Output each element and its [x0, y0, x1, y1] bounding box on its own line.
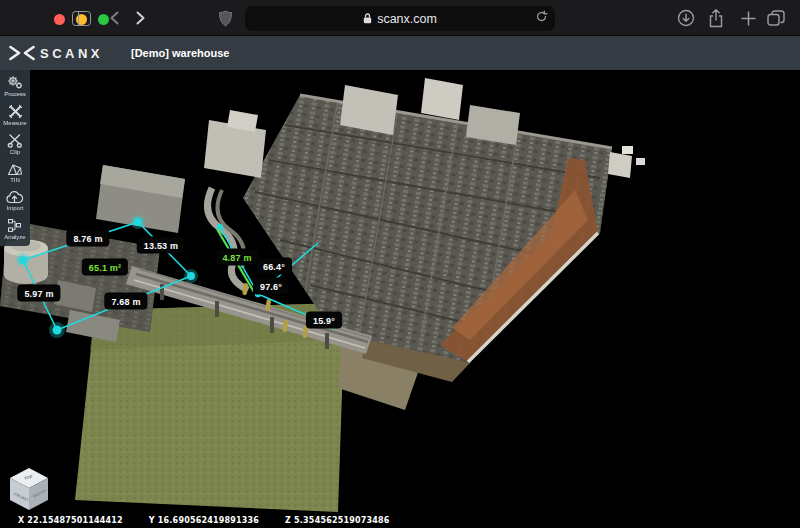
tool-analyze[interactable]: Analyze	[4, 218, 25, 240]
gears-icon	[7, 75, 23, 90]
tool-measure[interactable]: Measure	[3, 104, 26, 126]
coordinate-x: X 22.15487501144412	[18, 516, 123, 525]
url-bar[interactable]: scanx.com	[245, 6, 555, 31]
forward-button[interactable]	[130, 8, 150, 28]
browser-window: scanx.com	[0, 0, 800, 528]
project-title: [Demo] warehouse	[131, 47, 229, 59]
new-tab-button[interactable]	[738, 8, 758, 28]
coordinate-z: Z 5.354562519073486	[285, 516, 390, 525]
browser-chrome: scanx.com	[0, 0, 800, 36]
view-cube[interactable]: TOP FRONT RIGHT	[8, 466, 50, 512]
tool-tin[interactable]: TIN	[7, 162, 23, 183]
close-button[interactable]	[54, 14, 65, 25]
chevron-right-icon	[135, 11, 146, 25]
logo-wordmark: SCANX	[40, 46, 103, 61]
back-button[interactable]	[104, 8, 124, 28]
lock-icon	[363, 13, 372, 24]
tab-overview-button[interactable]	[766, 8, 786, 28]
chevron-left-icon	[109, 11, 120, 25]
measurement-label-distance[interactable]: 5.97 m	[17, 285, 60, 302]
tin-mesh-icon	[7, 162, 23, 176]
reload-icon	[535, 10, 548, 23]
analyze-nodes-icon	[7, 218, 23, 233]
tool-clip[interactable]: Clip	[7, 133, 23, 155]
scanx-logo-icon	[9, 45, 35, 61]
measurement-label-distance[interactable]: 13.53 m	[137, 237, 185, 254]
measurement-label-angle[interactable]: 15.9°	[306, 312, 342, 329]
measurement-label-angle[interactable]: 97.6°	[253, 278, 289, 295]
download-icon	[677, 9, 695, 27]
sidebar-toggle-icon[interactable]	[72, 11, 91, 26]
app-header: SCANX [Demo] warehouse	[0, 36, 800, 70]
measure-x-icon	[8, 104, 23, 119]
measurement-label-distance[interactable]: 8.76 m	[66, 230, 109, 247]
tool-process[interactable]: Process	[4, 75, 26, 97]
measurement-label-angle[interactable]: 66.4°	[256, 258, 292, 275]
tool-panel: Process Measure	[0, 70, 30, 246]
cursor-coordinates: X 22.15487501144412 Y 16.690562419891336…	[18, 516, 390, 525]
scanx-logo[interactable]: SCANX	[9, 45, 103, 61]
share-button[interactable]	[706, 8, 726, 28]
plus-icon	[741, 11, 756, 26]
tabs-icon	[767, 10, 785, 26]
reload-button[interactable]	[535, 10, 548, 26]
viewer-canvas[interactable]: Process Measure	[0, 70, 800, 528]
url-text: scanx.com	[377, 12, 437, 26]
share-icon	[708, 9, 724, 28]
measurement-label-distance[interactable]: 7.68 m	[104, 293, 147, 310]
privacy-shield-icon[interactable]	[215, 8, 235, 28]
scissors-icon	[7, 133, 23, 148]
coordinate-y: Y 16.690562419891336	[149, 516, 259, 525]
measurement-label-height[interactable]: 4.87 m	[215, 249, 258, 266]
measurement-label-area[interactable]: 65.1 m²	[82, 259, 128, 276]
tool-import[interactable]: Import	[6, 190, 23, 211]
cloud-upload-icon	[6, 190, 23, 204]
downloads-button[interactable]	[676, 8, 696, 28]
